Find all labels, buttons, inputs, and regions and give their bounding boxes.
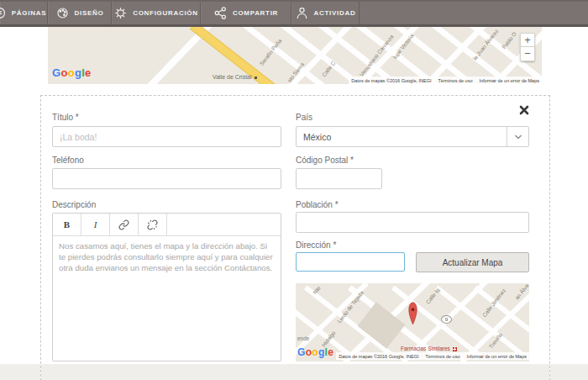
nav-label: PÁGINAS: [12, 9, 46, 17]
telefono-input[interactable]: [52, 168, 281, 189]
close-icon[interactable]: [519, 103, 531, 115]
report-error-link[interactable]: Informar de un error de Maps: [479, 78, 539, 83]
nav-item-actividad[interactable]: ACTIVIDAD: [291, 2, 360, 24]
nav-label: DISEÑO: [75, 9, 104, 17]
palette-icon: [55, 6, 70, 20]
telefono-label: Teléfono: [52, 156, 84, 165]
link-icon: [118, 219, 129, 230]
nav-item-paginas[interactable]: PÁGINAS: [0, 2, 48, 24]
unlink-icon: [147, 219, 158, 230]
nav-label: ACTIVIDAD: [314, 9, 356, 17]
map-attribution: Datos de mapas ©2016 Google, INEGI Térmi…: [336, 352, 529, 360]
titulo-input[interactable]: [52, 126, 281, 147]
top-navigation: PÁGINAS DISEÑO CONFIGURACIÓN COMPARTIR A…: [0, 0, 588, 27]
link-button[interactable]: [110, 214, 139, 235]
page-background-strip: [0, 364, 40, 380]
nav-label: CONFIGURACIÓN: [133, 9, 198, 17]
descripcion-editor: B I Nos casamos aquí, tienes el mapa y l…: [52, 213, 281, 362]
attribution-text: Datos de mapas ©2016 Google, INEGI: [351, 78, 431, 83]
descripcion-text[interactable]: Nos casamos aquí, tienes el mapa y la di…: [53, 236, 281, 277]
zoom-in-button[interactable]: +: [520, 33, 535, 47]
report-error-link[interactable]: Informar de un error de Maps: [466, 354, 527, 359]
google-logo: Google: [52, 66, 92, 79]
bold-button[interactable]: B: [53, 214, 81, 235]
nav-item-compartir[interactable]: COMPARTIR: [201, 2, 291, 24]
poblacion-label: Población *: [296, 200, 339, 209]
route-shield: 9: [441, 315, 452, 324]
pais-select[interactable]: México: [296, 126, 529, 147]
street-label: Pablo O: [501, 31, 517, 50]
nav-label: COMPARTIR: [233, 9, 278, 17]
person-icon: [295, 6, 309, 20]
pais-selected-value: México: [297, 132, 507, 142]
unlink-button[interactable]: [139, 214, 167, 235]
panel-bottom-area: [41, 364, 549, 380]
top-map[interactable]: Serafín Peña sto Sierra Calle C Venustia…: [48, 27, 542, 84]
page-background-strip: [550, 364, 588, 380]
zoom-out-button[interactable]: −: [520, 47, 535, 61]
direccion-input[interactable]: [296, 252, 405, 272]
street-label: Calle Ig: [424, 287, 440, 305]
gear-icon: [113, 6, 128, 20]
pages-icon: [0, 6, 7, 20]
descripcion-label: Descripción: [52, 200, 96, 209]
street-label: ende: [297, 335, 309, 341]
chevron-down-icon: [507, 127, 528, 146]
app-window: PÁGINAS DISEÑO CONFIGURACIÓN COMPARTIR A…: [0, 0, 588, 380]
editor-toolbar: B I: [53, 214, 281, 236]
poi-label: Farmacias Similares: [401, 346, 457, 351]
place-label: Valle de Cristal: [213, 74, 257, 80]
place-marker: [255, 77, 257, 79]
pais-label: País: [296, 113, 312, 122]
titulo-label: Título *: [52, 113, 79, 122]
map-attribution: Datos de mapas ©2016 Google, INEGI Térmi…: [349, 77, 542, 84]
google-logo: Google: [297, 346, 333, 358]
map-pin-icon: [407, 300, 419, 330]
bottom-map[interactable]: Nte Lerdo de Tejada Hidalgo ende Calle I…: [296, 283, 529, 362]
pharmacy-icon: [453, 347, 457, 351]
attribution-text: Datos de mapas ©2016 Google, INEGI: [339, 354, 418, 359]
codigo-postal-label: Código Postal *: [296, 156, 354, 165]
actualizar-mapa-button[interactable]: Actualizar Mapa: [416, 252, 529, 272]
italic-button[interactable]: I: [81, 214, 110, 235]
nav-item-diseno[interactable]: DISEÑO: [48, 2, 112, 24]
map-zoom-control: + −: [520, 33, 535, 61]
share-icon: [213, 6, 228, 20]
terms-link[interactable]: Términos de uso: [425, 354, 459, 359]
terms-link[interactable]: Términos de uso: [438, 78, 472, 83]
codigo-postal-input[interactable]: [296, 168, 382, 189]
poblacion-input[interactable]: [296, 212, 529, 233]
direccion-label: Dirección *: [296, 240, 336, 250]
location-form-panel: Título * País México Teléfono Código Pos…: [40, 95, 550, 380]
nav-item-configuracion[interactable]: CONFIGURACIÓN: [112, 2, 201, 24]
